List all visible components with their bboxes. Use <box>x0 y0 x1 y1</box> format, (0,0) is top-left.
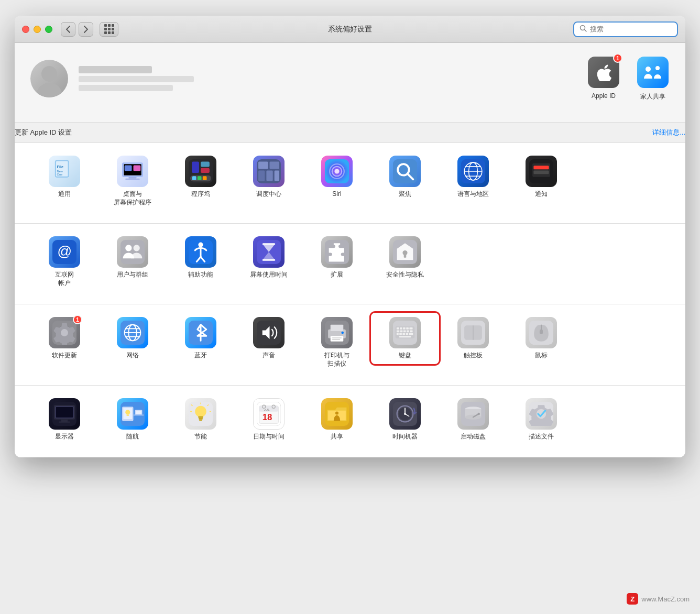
general-icon: File New One <box>49 156 80 187</box>
minimize-button[interactable] <box>34 26 41 33</box>
display-icon <box>49 398 80 430</box>
profile-name-blur <box>79 66 152 73</box>
svg-rect-12 <box>128 177 136 179</box>
apple-id-label: Apple ID <box>592 92 616 100</box>
back-button[interactable] <box>61 22 75 37</box>
svg-rect-108 <box>56 407 73 418</box>
svg-rect-121 <box>198 416 203 418</box>
watermark-z-icon: Z <box>627 593 638 605</box>
icon-item-language[interactable]: 语言与地区 <box>439 151 507 203</box>
svg-rect-15 <box>134 166 141 171</box>
svg-rect-93 <box>397 333 399 335</box>
icon-item-network[interactable]: 网络 <box>99 313 167 364</box>
watermark-url: www.MacZ.com <box>641 595 690 603</box>
icon-item-display[interactable]: 显示器 <box>30 394 99 445</box>
search-input[interactable] <box>590 25 672 33</box>
icon-item-users[interactable]: 用户与群组 <box>99 232 167 283</box>
forward-button[interactable] <box>79 22 93 37</box>
family-sharing-label: 家人共享 <box>640 92 665 101</box>
dock-label: 程序坞 <box>191 190 210 199</box>
sharing-label: 共享 <box>331 433 343 441</box>
family-sharing-button[interactable]: 家人共享 <box>636 56 670 101</box>
mouse-label: 鼠标 <box>535 352 548 360</box>
svg-rect-49 <box>121 240 145 264</box>
profile-sub-blur <box>79 85 173 91</box>
icon-item-mission[interactable]: 调度中心 <box>235 151 303 203</box>
trackpad-icon <box>457 317 489 348</box>
icon-row-3: 1 软件更新 网络 <box>30 313 670 372</box>
svg-point-3 <box>655 66 660 70</box>
svg-point-51 <box>134 245 140 251</box>
svg-rect-92 <box>410 331 412 333</box>
icon-item-sharing[interactable]: 共享 <box>303 394 371 445</box>
svg-rect-88 <box>397 331 399 333</box>
icon-item-siri[interactable]: Siri <box>303 151 371 203</box>
icon-item-notification[interactable]: 通知 <box>507 151 575 203</box>
svg-rect-14 <box>125 166 132 171</box>
svg-rect-45 <box>533 166 549 169</box>
icon-item-screentime[interactable]: 屏幕使用时间 <box>235 232 303 283</box>
maximize-button[interactable] <box>45 26 52 33</box>
internet-icon: @ <box>49 236 80 268</box>
icon-item-keyboard[interactable]: 键盘 <box>371 313 439 364</box>
avatar[interactable] <box>30 60 68 97</box>
timemachine-icon <box>389 398 421 430</box>
svg-rect-20 <box>203 176 207 180</box>
svg-text:One: One <box>57 173 63 176</box>
profile-section: 1 Apple ID <box>30 56 670 112</box>
startup-label: 启动磁盘 <box>461 433 486 441</box>
svg-rect-25 <box>258 162 268 169</box>
icon-item-internet[interactable]: @ 互联网 帐户 <box>30 232 99 291</box>
network-label: 网络 <box>126 352 139 360</box>
svg-rect-83 <box>397 327 399 330</box>
icon-item-desktop[interactable]: 桌面与 屏幕保护程序 <box>99 151 167 211</box>
family-sharing-icon-wrap <box>636 56 670 89</box>
close-button[interactable] <box>22 26 29 33</box>
grid-view-button[interactable] <box>100 22 118 37</box>
svg-rect-28 <box>266 170 272 181</box>
icon-item-sound[interactable]: 声音 <box>235 313 303 364</box>
icon-item-general[interactable]: File New One 通用 <box>30 151 99 203</box>
search-box[interactable] <box>573 21 678 37</box>
icon-item-software[interactable]: 1 软件更新 <box>30 313 99 364</box>
svg-rect-104 <box>540 330 543 334</box>
icon-item-accessibility[interactable]: 辅助功能 <box>167 232 235 283</box>
details-link[interactable]: 详细信息... <box>652 128 685 137</box>
printer-icon <box>321 317 353 348</box>
icons-row-4: 显示器 <box>15 386 685 458</box>
svg-rect-84 <box>400 327 402 330</box>
svg-point-80 <box>341 332 344 334</box>
icon-item-extensions[interactable]: 扩展 <box>303 232 371 283</box>
icon-item-spotlight[interactable]: 聚焦 <box>371 151 439 203</box>
svg-point-65 <box>61 329 68 336</box>
icon-item-printer[interactable]: 打印机与 扫描仪 <box>303 313 371 372</box>
sharing-icon <box>321 398 353 430</box>
icon-item-security[interactable]: 安全性与隐私 <box>371 232 439 283</box>
icon-item-timemachine[interactable]: 时间机器 <box>371 394 439 445</box>
icon-item-profiles[interactable]: 描述文件 <box>507 394 575 445</box>
general-label: 通用 <box>58 190 71 199</box>
icon-item-battery[interactable]: 节能 <box>167 394 235 445</box>
icon-item-dock[interactable]: 程序坞 <box>167 151 235 203</box>
svg-point-152 <box>477 412 480 415</box>
airdrop-icon <box>117 398 148 430</box>
icon-item-mouse[interactable]: 鼠标 <box>507 313 575 364</box>
icon-item-startup[interactable]: 启动磁盘 <box>439 394 507 445</box>
svg-point-53 <box>198 243 203 247</box>
bluetooth-label: 蓝牙 <box>194 352 207 360</box>
svg-rect-85 <box>403 327 406 330</box>
icon-item-bluetooth[interactable]: 蓝牙 <box>167 313 235 364</box>
apple-id-button[interactable]: 1 Apple ID <box>587 56 620 100</box>
icon-item-airdrop[interactable]: 随航 <box>99 394 167 445</box>
svg-point-50 <box>125 245 132 251</box>
svg-point-2 <box>646 67 651 72</box>
svg-rect-19 <box>198 176 202 180</box>
icon-item-trackpad[interactable]: 触控板 <box>439 313 507 364</box>
icons-row-1: File New One 通用 <box>15 143 685 223</box>
svg-rect-90 <box>403 331 406 333</box>
battery-label: 节能 <box>194 433 207 441</box>
icon-item-datetime[interactable]: JUL 18 日期与时间 <box>235 394 303 445</box>
svg-point-138 <box>335 411 338 414</box>
svg-rect-59 <box>262 259 276 261</box>
dock-icon <box>185 156 216 187</box>
